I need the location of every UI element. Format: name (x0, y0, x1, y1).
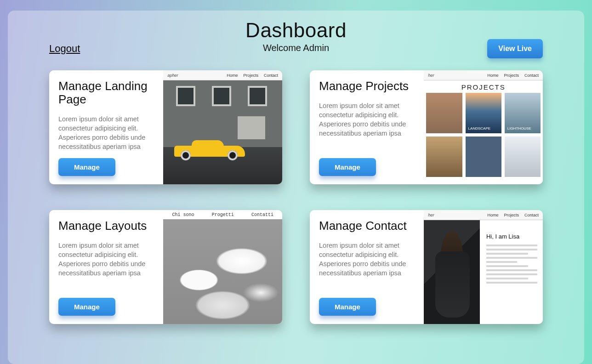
card-title: Manage Projects (319, 80, 416, 93)
manage-button[interactable]: Manage (58, 158, 115, 176)
logout-link[interactable]: Logout (49, 43, 80, 55)
card-body: Manage Landing Page Lorem ipsum dolor si… (49, 70, 163, 184)
page-subtitle: Welcome Admin (49, 43, 543, 53)
clouds-hero-icon (163, 219, 282, 324)
project-tile: LIGHTHOUSE (505, 93, 541, 133)
card-description: Lorem ipsum dolor sit amet consectetur a… (319, 101, 416, 138)
landing-hero-icon (163, 80, 282, 184)
thumb-nav-link: Projects (504, 213, 519, 217)
card-body: Manage Layouts Lorem ipsum dolor sit ame… (49, 210, 163, 324)
thumb-nav-link: Contatti (251, 212, 273, 217)
card-projects: Manage Projects Lorem ipsum dolor sit am… (310, 70, 543, 184)
card-title: Manage Landing Page (58, 80, 155, 106)
card-thumbnail: her Home Projects Contact Hi, I am Lisa (424, 210, 543, 324)
thumb-nav-link: Projects (504, 73, 519, 78)
thumb-brand: apher (167, 73, 178, 78)
card-description: Lorem ipsum dolor sit amet consectetur a… (319, 241, 416, 278)
card-thumbnail: apher Home Projects Contact (163, 70, 282, 184)
manage-button[interactable]: Manage (319, 158, 376, 176)
view-live-button[interactable]: View Live (487, 39, 543, 58)
bio-text-placeholder-icon (486, 245, 537, 284)
topbar: Dashboard Welcome Admin Logout View Live (49, 19, 543, 60)
project-tile (426, 93, 462, 133)
card-description: Lorem ipsum dolor sit amet consectetur a… (58, 241, 155, 278)
manage-button[interactable]: Manage (319, 298, 376, 316)
project-tile (505, 136, 541, 177)
thumb-nav-link: Contact (524, 213, 539, 217)
card-landing: Manage Landing Page Lorem ipsum dolor si… (49, 70, 282, 184)
card-thumbnail: her Home Projects Contact PROJECTS LANDS… (424, 70, 543, 184)
thumb-nav-link: Projects (243, 73, 258, 78)
thumb-nav-link: Contact (524, 73, 539, 78)
contact-bio-heading: Hi, I am Lisa (486, 233, 537, 240)
thumb-nav-link: Progetti (212, 212, 234, 217)
card-contact: Manage Contact Lorem ipsum dolor sit ame… (310, 210, 543, 324)
card-body: Manage Projects Lorem ipsum dolor sit am… (310, 70, 424, 184)
thumb-nav: apher Home Projects Contact (163, 70, 282, 80)
card-description: Lorem ipsum dolor sit amet consectetur a… (58, 114, 155, 151)
project-tile (426, 136, 462, 177)
car-icon (174, 141, 245, 160)
cards-grid: Manage Landing Page Lorem ipsum dolor si… (49, 70, 543, 324)
card-layouts: Manage Layouts Lorem ipsum dolor sit ame… (49, 210, 282, 324)
thumb-nav: her Home Projects Contact (424, 210, 543, 220)
thumb-brand: her (428, 73, 434, 78)
thumb-nav-link: Home (227, 73, 238, 78)
thumb-nav-link: Home (487, 213, 498, 217)
card-body: Manage Contact Lorem ipsum dolor sit ame… (310, 210, 424, 324)
card-title: Manage Layouts (58, 219, 155, 233)
thumb-nav-link: Home (487, 73, 498, 78)
thumb-nav: Chi sono Progetti Contatti (163, 210, 282, 219)
project-tile (466, 136, 501, 177)
thumb-nav: her Home Projects Contact (424, 70, 543, 80)
card-title: Manage Contact (319, 219, 416, 233)
portrait-icon (424, 220, 480, 324)
thumb-nav-link: Contact (264, 73, 278, 78)
manage-button[interactable]: Manage (58, 298, 115, 316)
thumb-brand: her (428, 213, 434, 217)
projects-grid-icon: LANDSCAPE LIGHTHOUSE (424, 93, 543, 177)
project-tile: LANDSCAPE (466, 93, 501, 133)
thumb-nav-link: Chi sono (172, 212, 194, 217)
card-thumbnail: Chi sono Progetti Contatti (163, 210, 282, 324)
page-title: Dashboard (49, 19, 543, 42)
dashboard-panel: Dashboard Welcome Admin Logout View Live… (8, 11, 584, 364)
projects-heading: PROJECTS (424, 80, 543, 93)
